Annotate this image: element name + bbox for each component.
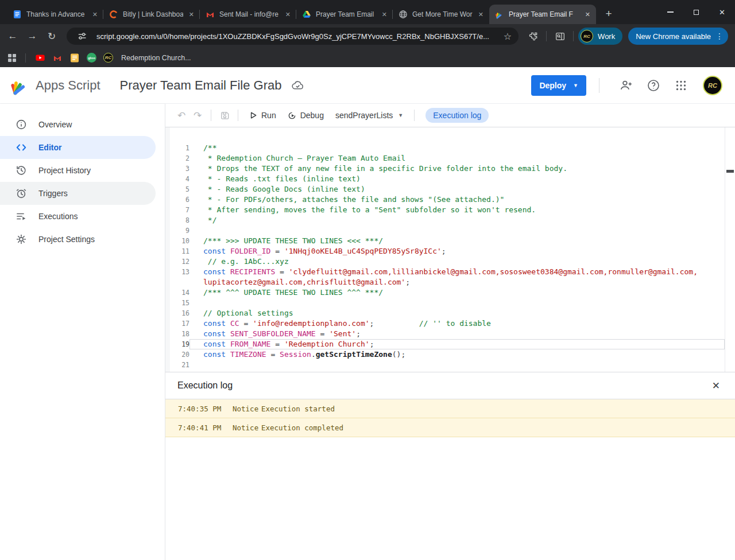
sidebar-item-executions[interactable]: Executions [0,205,156,228]
code-line[interactable]: 1/** [165,143,735,153]
browser-tab[interactable]: Prayer Team Email✕ [296,5,393,24]
code-line[interactable]: 19const FROM_NAME = 'Redemption Church'; [165,339,735,349]
toolbar-divider [414,110,415,121]
sidebar-item-editor[interactable]: Editor [0,136,156,159]
close-icon[interactable]: ✕ [712,380,720,392]
sidebar-item-project-settings[interactable]: Project Settings [0,228,156,251]
code-line[interactable]: 3 * Drops the TEXT of any new file in a … [165,164,735,174]
browser-tab[interactable]: Prayer Team Email F✕ [489,5,596,24]
new-tab-button[interactable]: + [601,6,617,22]
forward-icon[interactable]: → [23,27,41,45]
tab-title: Prayer Team Email [316,10,376,18]
save-icon[interactable] [216,107,233,123]
editor-scrollbar[interactable] [725,127,735,372]
code-line[interactable]: 11const FOLDER_ID = '1NHqj0oKEL4B_uC4Spq… [165,246,735,256]
tab-close-icon[interactable]: ✕ [477,11,485,18]
keep-bookmark-icon[interactable] [69,53,80,63]
minimize-icon[interactable] [657,0,683,24]
code-line[interactable]: 18const SENT_SUBFOLDER_NAME = 'Sent'; [165,329,735,339]
code-line[interactable]: 8 */ [165,215,735,225]
bookmark-star-icon[interactable]: ☆ [504,31,512,42]
bookmark-label[interactable]: Redemption Church... [121,54,191,62]
code-line[interactable]: 6 * - For PDFs/others, attaches the file… [165,195,735,205]
rc-bookmark-icon[interactable]: RC [103,53,113,63]
sidebar-item-label: Triggers [38,189,68,198]
code-editor[interactable]: 1/**2 * Redemption Church — Prayer Team … [165,127,735,372]
code-line[interactable]: 13const RECIPIENTS = 'clydefluitt@gmail.… [165,267,735,277]
code-text: const CC = 'info@redemptionplano.com'; /… [189,318,725,329]
code-text: /*** >>> UPDATE THESE TWO LINES <<< ***/ [189,236,725,246]
log-entry: 7:40:41 PMNoticeExecution completed [165,418,735,437]
youtube-bookmark-icon[interactable] [35,53,45,63]
site-settings-icon[interactable] [74,28,91,45]
code-line[interactable]: 9 [165,225,735,236]
log-level: Notice [233,423,261,432]
project-title[interactable]: Prayer Team Email File Grab [120,78,282,93]
line-number: 11 [165,246,189,256]
address-bar[interactable]: script.google.com/u/0/home/projects/1XOu… [67,28,519,45]
apps-script-logo[interactable] [10,76,30,95]
tab-close-icon[interactable]: ✕ [284,11,292,18]
code-line[interactable]: 7 * After sending, moves the file to a "… [165,205,735,215]
docs-icon [13,10,22,19]
code-line[interactable]: 15 [165,298,735,308]
gmail-bookmark-icon[interactable] [52,53,63,63]
close-window-icon[interactable]: ✕ [709,0,735,24]
code-line[interactable]: 4 * - Reads .txt files (inline text) [165,174,735,184]
log-entry: 7:40:35 PMNoticeExecution started [165,399,735,418]
log-time: 7:40:35 PM [178,405,233,413]
apps-grid-icon[interactable] [8,54,16,62]
sidebar-item-triggers[interactable]: Triggers [0,182,156,205]
tab-close-icon[interactable]: ✕ [188,11,195,18]
chrome-update-button[interactable]: New Chrome available ⋮ [628,28,728,45]
code-text: * - Reads Google Docs (inline text) [189,184,725,195]
gloo-bookmark-icon[interactable]: gloo [87,53,96,63]
execution-log-button[interactable]: Execution log [425,108,489,123]
maximize-icon[interactable] [683,0,709,24]
code-line[interactable]: 10/*** >>> UPDATE THESE TWO LINES <<< **… [165,236,735,246]
browser-tab[interactable]: Sent Mail - info@re✕ [200,5,296,24]
help-icon[interactable] [646,78,661,93]
share-icon[interactable] [618,78,633,93]
code-line[interactable]: 20const TIMEZONE = Session.getScriptTime… [165,349,735,360]
execution-log-rows: 7:40:35 PMNoticeExecution started7:40:41… [165,399,735,437]
browser-tab[interactable]: Get More Time Wor✕ [393,5,489,24]
profile-chip[interactable]: RC Work [578,28,622,45]
code-line[interactable]: 17const CC = 'info@redemptionplano.com';… [165,318,735,329]
back-icon[interactable]: ← [3,27,22,45]
reload-icon[interactable]: ↻ [42,27,61,45]
code-line[interactable]: 12 // e.g. 1AbC...xyz [165,256,735,267]
browser-tab[interactable]: Bitly | Link Dashboa✕ [103,5,200,24]
tab-close-icon[interactable]: ✕ [91,11,99,18]
tab-close-icon[interactable]: ✕ [381,11,388,18]
app-name[interactable]: Apps Script [36,78,100,93]
code-line[interactable]: 21 [165,360,735,370]
code-line[interactable]: 5 * - Reads Google Docs (inline text) [165,184,735,195]
tab-strip: Thanks in Advance✕Bitly | Link Dashboa✕S… [0,0,735,24]
sidebar-nav: OverviewEditorProject HistoryTriggersExe… [0,104,165,560]
code-line[interactable]: 2 * Redemption Church — Prayer Team Auto… [165,153,735,164]
sidebar-item-overview[interactable]: Overview [0,113,156,136]
log-message: Execution started [261,405,335,413]
window-controls: ✕ [657,0,735,24]
sidebar-item-project-history[interactable]: Project History [0,159,156,182]
google-apps-icon[interactable] [674,78,688,93]
line-number: 1 [165,143,189,153]
debug-button[interactable]: Debug [282,107,330,124]
redo-icon[interactable]: ↷ [189,107,206,123]
account-avatar[interactable]: RC [703,76,722,95]
tab-close-icon[interactable]: ✕ [584,11,591,18]
function-selector[interactable]: sendPrayerLists ▼ [330,111,409,120]
browser-tab[interactable]: Thanks in Advance✕ [7,5,103,24]
history-icon [16,165,27,176]
browser-menu-icon[interactable]: ⋮ [715,32,724,41]
code-line[interactable]: 14/*** ^^^ UPDATE THESE TWO LINES ^^^ **… [165,287,735,298]
side-panel-icon[interactable] [551,28,568,45]
run-button[interactable]: Run [243,107,282,124]
code-line[interactable]: 16// Optional settings [165,308,735,318]
undo-icon[interactable]: ↶ [173,107,189,123]
deploy-button[interactable]: Deploy ▼ [531,75,586,96]
url-text[interactable]: script.google.com/u/0/home/projects/1XOu… [96,32,498,41]
code-line[interactable]: lupitacortez@gmail.com,chrisfluitt@gmail… [165,277,735,287]
extensions-icon[interactable] [524,28,541,45]
